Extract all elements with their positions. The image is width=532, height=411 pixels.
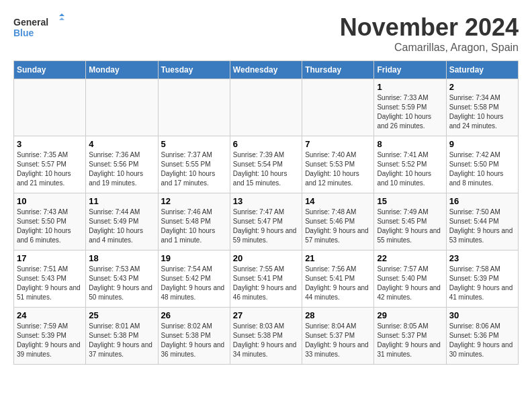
- calendar-cell: 14Sunrise: 7:48 AMSunset: 5:46 PMDayligh…: [302, 193, 374, 250]
- day-number: 25: [89, 310, 154, 320]
- day-info: Sunrise: 7:49 AMSunset: 5:45 PMDaylight:…: [377, 208, 443, 245]
- calendar-cell: [158, 79, 230, 136]
- weekday-header-friday: Friday: [374, 61, 446, 79]
- day-info: Sunrise: 7:39 AMSunset: 5:54 PMDaylight:…: [233, 150, 299, 188]
- day-info: Sunrise: 7:51 AMSunset: 5:43 PMDaylight:…: [17, 265, 83, 302]
- calendar-cell: 17Sunrise: 7:51 AMSunset: 5:43 PMDayligh…: [14, 250, 86, 308]
- day-number: 22: [377, 253, 443, 263]
- calendar-cell: 28Sunrise: 8:04 AMSunset: 5:37 PMDayligh…: [302, 308, 374, 365]
- day-number: 2: [449, 82, 515, 92]
- day-number: 23: [449, 253, 515, 263]
- calendar-week-1: 1Sunrise: 7:33 AMSunset: 5:59 PMDaylight…: [14, 79, 519, 136]
- day-info: Sunrise: 8:01 AMSunset: 5:38 PMDaylight:…: [89, 322, 154, 359]
- calendar-cell: 21Sunrise: 7:56 AMSunset: 5:41 PMDayligh…: [302, 250, 374, 308]
- day-info: Sunrise: 8:06 AMSunset: 5:36 PMDaylight:…: [449, 322, 515, 359]
- day-info: Sunrise: 7:37 AMSunset: 5:55 PMDaylight:…: [161, 150, 227, 188]
- day-info: Sunrise: 7:54 AMSunset: 5:42 PMDaylight:…: [161, 265, 227, 302]
- day-number: 12: [161, 196, 227, 206]
- day-info: Sunrise: 7:34 AMSunset: 5:58 PMDaylight:…: [449, 93, 515, 131]
- calendar-cell: 11Sunrise: 7:44 AMSunset: 5:49 PMDayligh…: [86, 193, 158, 250]
- calendar-week-3: 10Sunrise: 7:43 AMSunset: 5:50 PMDayligh…: [14, 193, 519, 250]
- calendar-cell: 3Sunrise: 7:35 AMSunset: 5:57 PMDaylight…: [14, 136, 86, 193]
- day-number: 26: [161, 310, 227, 320]
- logo-svg: General Blue: [13, 13, 67, 40]
- calendar-cell: 24Sunrise: 7:59 AMSunset: 5:39 PMDayligh…: [14, 308, 86, 365]
- day-number: 11: [89, 196, 154, 206]
- day-info: Sunrise: 7:33 AMSunset: 5:59 PMDaylight:…: [377, 93, 443, 131]
- calendar-week-4: 17Sunrise: 7:51 AMSunset: 5:43 PMDayligh…: [14, 250, 519, 308]
- day-info: Sunrise: 7:36 AMSunset: 5:56 PMDaylight:…: [89, 150, 154, 188]
- calendar-cell: 19Sunrise: 7:54 AMSunset: 5:42 PMDayligh…: [158, 250, 230, 308]
- weekday-header-wednesday: Wednesday: [230, 61, 302, 79]
- calendar-cell: 2Sunrise: 7:34 AMSunset: 5:58 PMDaylight…: [446, 79, 518, 136]
- calendar-cell: 16Sunrise: 7:50 AMSunset: 5:44 PMDayligh…: [446, 193, 518, 250]
- weekday-header-thursday: Thursday: [302, 61, 374, 79]
- weekday-header-row: SundayMondayTuesdayWednesdayThursdayFrid…: [14, 61, 519, 79]
- day-number: 4: [89, 139, 154, 149]
- calendar-week-2: 3Sunrise: 7:35 AMSunset: 5:57 PMDaylight…: [14, 136, 519, 193]
- weekday-header-monday: Monday: [86, 61, 158, 79]
- day-number: 1: [377, 82, 443, 92]
- title-area: November 2024 Camarillas, Aragon, Spain: [340, 13, 519, 54]
- day-number: 17: [17, 253, 83, 263]
- day-number: 13: [233, 196, 299, 206]
- day-number: 19: [161, 253, 227, 263]
- day-number: 8: [377, 139, 443, 149]
- day-info: Sunrise: 7:50 AMSunset: 5:44 PMDaylight:…: [449, 208, 515, 245]
- calendar-cell: 4Sunrise: 7:36 AMSunset: 5:56 PMDaylight…: [86, 136, 158, 193]
- day-number: 27: [233, 310, 299, 320]
- calendar-cell: 13Sunrise: 7:47 AMSunset: 5:47 PMDayligh…: [230, 193, 302, 250]
- day-info: Sunrise: 7:43 AMSunset: 5:50 PMDaylight:…: [17, 208, 83, 245]
- svg-text:Blue: Blue: [13, 28, 34, 38]
- day-number: 29: [377, 310, 443, 320]
- day-number: 7: [305, 139, 371, 149]
- day-number: 18: [89, 253, 154, 263]
- calendar-cell: 7Sunrise: 7:40 AMSunset: 5:53 PMDaylight…: [302, 136, 374, 193]
- day-info: Sunrise: 8:02 AMSunset: 5:38 PMDaylight:…: [161, 322, 227, 359]
- day-number: 24: [17, 310, 83, 320]
- logo: General Blue: [13, 13, 67, 40]
- calendar-cell: 10Sunrise: 7:43 AMSunset: 5:50 PMDayligh…: [14, 193, 86, 250]
- header: General Blue November 2024 Camarillas, A…: [13, 13, 519, 54]
- calendar-cell: 9Sunrise: 7:42 AMSunset: 5:50 PMDaylight…: [446, 136, 518, 193]
- calendar-cell: 1Sunrise: 7:33 AMSunset: 5:59 PMDaylight…: [374, 79, 446, 136]
- calendar-cell: [14, 79, 86, 136]
- calendar-cell: 26Sunrise: 8:02 AMSunset: 5:38 PMDayligh…: [158, 308, 230, 365]
- day-number: 10: [17, 196, 83, 206]
- svg-marker-3: [59, 17, 64, 20]
- day-info: Sunrise: 8:05 AMSunset: 5:37 PMDaylight:…: [377, 322, 443, 359]
- day-info: Sunrise: 7:55 AMSunset: 5:41 PMDaylight:…: [233, 265, 299, 302]
- day-info: Sunrise: 7:44 AMSunset: 5:49 PMDaylight:…: [89, 208, 154, 245]
- day-info: Sunrise: 7:58 AMSunset: 5:39 PMDaylight:…: [449, 265, 515, 302]
- weekday-header-saturday: Saturday: [446, 61, 518, 79]
- day-info: Sunrise: 7:59 AMSunset: 5:39 PMDaylight:…: [17, 322, 83, 359]
- location-title: Camarillas, Aragon, Spain: [340, 42, 519, 54]
- day-info: Sunrise: 7:35 AMSunset: 5:57 PMDaylight:…: [17, 150, 83, 188]
- calendar-cell: 18Sunrise: 7:53 AMSunset: 5:43 PMDayligh…: [86, 250, 158, 308]
- day-number: 20: [233, 253, 299, 263]
- day-info: Sunrise: 7:42 AMSunset: 5:50 PMDaylight:…: [449, 150, 515, 188]
- calendar-cell: [302, 79, 374, 136]
- calendar-cell: 22Sunrise: 7:57 AMSunset: 5:40 PMDayligh…: [374, 250, 446, 308]
- calendar-cell: [86, 79, 158, 136]
- day-number: 16: [449, 196, 515, 206]
- day-info: Sunrise: 7:53 AMSunset: 5:43 PMDaylight:…: [89, 265, 154, 302]
- day-info: Sunrise: 7:57 AMSunset: 5:40 PMDaylight:…: [377, 265, 443, 302]
- day-number: 9: [449, 139, 515, 149]
- day-number: 14: [305, 196, 371, 206]
- calendar-cell: 5Sunrise: 7:37 AMSunset: 5:55 PMDaylight…: [158, 136, 230, 193]
- day-number: 5: [161, 139, 227, 149]
- svg-text:General: General: [13, 17, 48, 28]
- calendar-table: SundayMondayTuesdayWednesdayThursdayFrid…: [13, 60, 519, 365]
- day-number: 6: [233, 139, 299, 149]
- calendar-cell: 8Sunrise: 7:41 AMSunset: 5:52 PMDaylight…: [374, 136, 446, 193]
- calendar-cell: 27Sunrise: 8:03 AMSunset: 5:38 PMDayligh…: [230, 308, 302, 365]
- day-info: Sunrise: 7:48 AMSunset: 5:46 PMDaylight:…: [305, 208, 371, 245]
- calendar-cell: 20Sunrise: 7:55 AMSunset: 5:41 PMDayligh…: [230, 250, 302, 308]
- calendar-week-5: 24Sunrise: 7:59 AMSunset: 5:39 PMDayligh…: [14, 308, 519, 365]
- day-number: 3: [17, 139, 83, 149]
- day-info: Sunrise: 7:47 AMSunset: 5:47 PMDaylight:…: [233, 208, 299, 245]
- svg-marker-2: [59, 13, 64, 16]
- day-info: Sunrise: 8:03 AMSunset: 5:38 PMDaylight:…: [233, 322, 299, 359]
- calendar-cell: 15Sunrise: 7:49 AMSunset: 5:45 PMDayligh…: [374, 193, 446, 250]
